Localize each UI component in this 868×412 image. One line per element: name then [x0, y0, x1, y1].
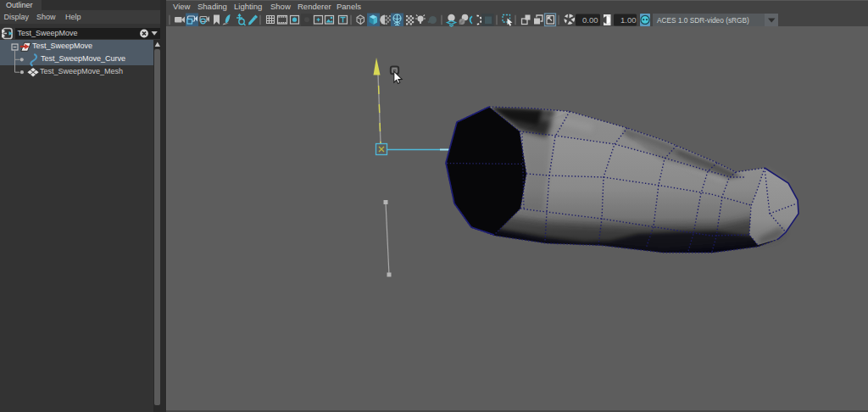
svg-text:0.00: 0.00	[582, 15, 598, 25]
svg-text:1.00: 1.00	[620, 15, 637, 25]
svg-text:ACES 1.0 SDR-video (sRGB): ACES 1.0 SDR-video (sRGB)	[657, 16, 749, 25]
